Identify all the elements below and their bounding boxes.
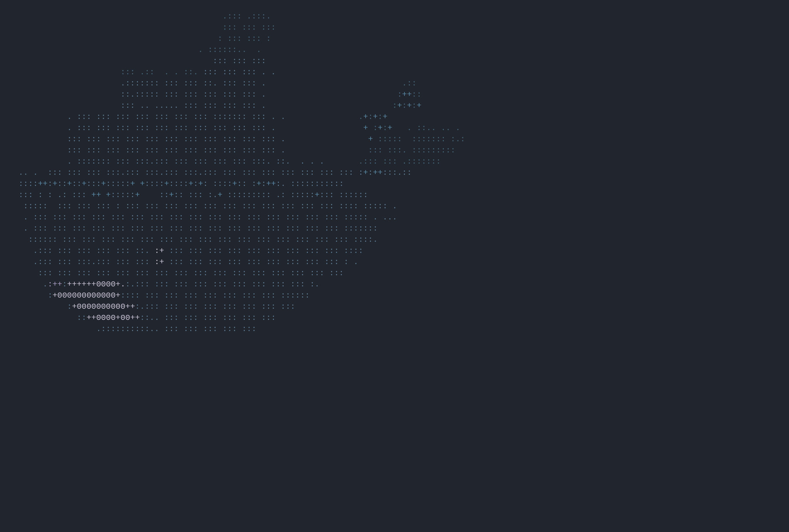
ascii-run: ++ <box>373 168 383 177</box>
ascii-run: + <box>363 124 373 132</box>
ascii-run: : :::: <box>203 179 232 188</box>
ascii-run: 0000 <box>96 280 116 289</box>
ascii-run: ::: .:: . . ::. <box>121 68 198 77</box>
ascii-run: : ::: ::: : <box>218 34 271 43</box>
ascii-run: .::: ::: .::::::: <box>324 157 441 166</box>
ascii-run: ++ <box>130 313 140 322</box>
ascii-run: + <box>169 191 174 199</box>
ascii-run: .:: <box>266 79 417 88</box>
ascii-run: 0000 <box>96 313 116 322</box>
ascii-run: + <box>130 179 135 188</box>
ascii-run: : <box>48 179 53 188</box>
ascii-run: :: <box>72 179 82 188</box>
ascii-run: :: <box>57 179 67 188</box>
ascii-run <box>276 124 363 132</box>
ascii-run: ::: :::. ::::::::: <box>285 146 455 155</box>
ascii-run: + <box>188 179 193 188</box>
ascii-run: : <box>378 112 383 121</box>
canvas: .::: .:::. ::: ::: ::: : ::: ::: : . :::… <box>0 0 789 532</box>
ascii-run: :.::: ::: ::: ::: ::: ::: ::: ::: ::: :. <box>125 280 319 289</box>
ascii-run: + <box>164 179 169 188</box>
ascii-run: : <box>412 101 417 110</box>
ascii-run: + <box>315 191 320 199</box>
ascii-run: ::::: ::::::: :.: <box>378 135 465 144</box>
ascii-run: : <box>67 302 72 311</box>
ascii-run: + <box>416 101 421 110</box>
ascii-run: + <box>116 313 121 322</box>
ascii-run: + <box>378 124 383 132</box>
ascii-run: ::: .. ..... ::: ::: ::: ::: . <box>121 101 266 110</box>
ascii-run: :: <box>140 191 169 199</box>
docker-whale-ascii-art: .::: .:::. ::: ::: ::: : ::: ::: : . :::… <box>0 0 465 335</box>
ascii-run: ++ <box>86 313 96 322</box>
ascii-run: + <box>388 124 397 132</box>
ascii-run: :::::: ::: ::: ::: ::: ::: ::: ::: ::: :… <box>28 235 378 244</box>
ascii-run: :: : <box>237 179 256 188</box>
ascii-run: :. ::::::::::: <box>276 179 344 188</box>
ascii-run: . ::: ::: ::: ::: ::: ::: ::: ::::::: ::… <box>67 112 285 121</box>
ascii-run: ++ <box>402 90 412 99</box>
ascii-run: :: ::: :. <box>174 191 217 199</box>
ascii-run: 00 <box>121 313 130 322</box>
ascii-run: + <box>373 112 378 121</box>
ascii-run: . ::: ::: ::: ::: ::: ::: ::: ::: ::: ::… <box>24 213 397 222</box>
ascii-run: :+ <box>154 258 169 266</box>
ascii-run: : <box>62 280 67 289</box>
ascii-run: + <box>67 179 72 188</box>
ascii-run: : <box>48 291 53 300</box>
ascii-run: :::: <box>18 179 38 188</box>
ascii-run: ::::::::: .: ::::: <box>222 191 314 199</box>
ascii-run: : <box>402 101 407 110</box>
ascii-run: . ::::::.. . <box>198 45 261 54</box>
ascii-run: . ::: ::: ::: ::: ::: ::: ::: ::: ::: ::… <box>24 224 378 233</box>
ascii-run: ::: ::: ::: <box>213 57 266 65</box>
ascii-run: ::: <box>87 179 101 188</box>
ascii-run: : <box>261 179 266 188</box>
ascii-run: + <box>72 302 77 311</box>
ascii-run: ::: ::: ::: <box>222 23 276 32</box>
ascii-run: : <box>266 101 397 110</box>
ascii-run: ::: ::: ::: ::: ::: ::: ::: ::: ::: ::: … <box>67 135 285 144</box>
ascii-run: + <box>257 179 262 188</box>
ascii-run: :: <box>77 313 86 322</box>
ascii-run: ::: :::::: <box>319 191 368 199</box>
ascii-run: . <box>285 112 363 121</box>
ascii-run: :: <box>412 90 421 99</box>
ascii-run: + <box>407 101 412 110</box>
ascii-run: :::: <box>145 179 164 188</box>
ascii-run: ::.::::: ::: ::: ::: ::: ::: . <box>121 90 266 99</box>
ascii-run: : <box>368 168 373 177</box>
ascii-run: . ::::::: ::: :::.::: ::: ::: ::: ::: ::… <box>67 157 324 166</box>
ascii-run: 0000000000 <box>77 302 125 311</box>
ascii-run: ++++++ <box>67 280 96 289</box>
ascii-run: ::::: <box>106 179 130 188</box>
ascii-run: :::: ::: ::: ::: ::: ::: ::: ::: :::::: <box>121 291 310 300</box>
ascii-run: ++ <box>125 302 135 311</box>
ascii-run: ::::: <box>111 191 135 199</box>
ascii-run: . <box>43 280 48 289</box>
ascii-run: + <box>218 191 223 199</box>
ascii-run: + <box>101 179 106 188</box>
ascii-run <box>135 179 140 188</box>
ascii-run: + <box>135 191 140 199</box>
ascii-run: .::: ::: :::.::: ::: ::: <box>33 258 154 266</box>
ascii-run: + <box>198 179 203 188</box>
ascii-run: : <box>373 124 378 132</box>
ascii-run: ++ <box>38 179 47 188</box>
ascii-run: + <box>232 179 237 188</box>
ascii-run: + <box>397 101 402 110</box>
ascii-run: . ::.. .. . <box>397 124 460 132</box>
ascii-run: + <box>52 179 57 188</box>
ascii-run: +. <box>116 280 125 289</box>
ascii-run: + <box>52 291 57 300</box>
ascii-run: : <box>193 179 198 188</box>
ascii-run: ++ + <box>86 191 111 199</box>
ascii-run: .. . ::: ::: ::: :::.::: :::.::: :::.:::… <box>18 168 363 177</box>
ascii-run: + <box>116 291 121 300</box>
ascii-run: .::::::::::.. ::: ::: ::: ::: ::: <box>96 325 257 333</box>
ascii-run <box>285 135 368 144</box>
ascii-run: :.::: ::: ::: ::: ::: ::: ::: ::: <box>135 302 295 311</box>
ascii-run: .::::::: ::: ::: ::. ::: ::: . <box>121 79 266 88</box>
ascii-run: + <box>363 168 368 177</box>
ascii-run: : <box>383 124 388 132</box>
